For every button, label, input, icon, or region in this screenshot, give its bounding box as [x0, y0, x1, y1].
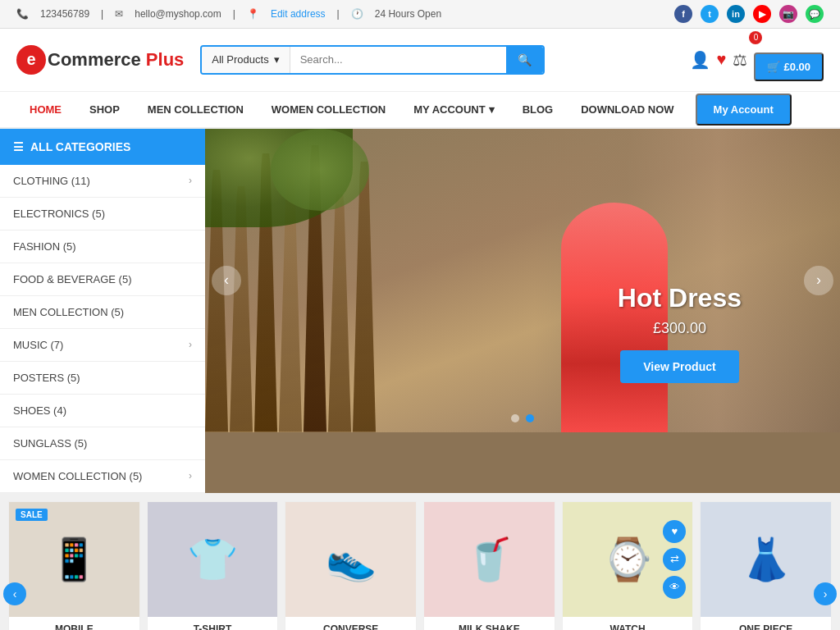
logo[interactable]: e Commerce Plus [16, 45, 184, 75]
email-address: hello@myshop.com [135, 8, 221, 20]
search-dropdown[interactable]: All Products ▾ [202, 47, 290, 73]
youtube-icon[interactable]: ▶ [753, 5, 771, 23]
products-prev-button[interactable]: ‹ [3, 582, 26, 605]
product-card-mobile: SALE 📱 MOBILE £999.00 £899.00 Add to Car… [8, 501, 140, 631]
nav-item-my-account[interactable]: MY ACCOUNT ▾ [400, 92, 507, 127]
sidebar-item-men-collection[interactable]: MEN COLLECTION (5) [0, 296, 205, 329]
wishlist-icon[interactable]: ♥ [663, 520, 686, 543]
products-next-button[interactable]: › [814, 582, 837, 605]
product-action-icons: ♥ ⇄ 👁 [663, 520, 686, 599]
hero-price: £300.00 [618, 320, 742, 337]
hero-title: Hot Dress [618, 283, 742, 313]
header-icons: 👤 ♥ ⚖ 0 🛒 £0.00 [690, 39, 824, 81]
hero-slider: Hot Dress £300.00 View Product ‹ › [205, 129, 840, 493]
product-info-mobile: MOBILE £999.00 £899.00 Add to Cart [9, 617, 139, 631]
cart-button[interactable]: 🛒 £0.00 [754, 52, 824, 81]
product-name: T-SHIRT [154, 623, 272, 631]
linkedin-icon[interactable]: in [727, 5, 745, 23]
sidebar-item-women-collection[interactable]: WOMEN COLLECTION (5) › [0, 460, 205, 493]
sidebar-item-posters[interactable]: POSTERS (5) [0, 362, 205, 395]
sidebar-header: ☰ ALL CATEGORIES [0, 129, 205, 165]
top-bar: 📞 123456789 | ✉ hello@myshop.com | 📍 Edi… [0, 0, 840, 29]
chevron-down-icon: ▾ [489, 103, 495, 116]
cart-wrapper: 0 🛒 £0.00 [754, 39, 824, 81]
edit-address-link[interactable]: Edit address [271, 8, 326, 20]
product-name: MOBILE [16, 623, 133, 631]
logo-text: Commerce Plus [48, 49, 184, 71]
sidebar-item-electronics[interactable]: ELECTRONICS (5) [0, 198, 205, 231]
facebook-icon[interactable]: f [674, 5, 692, 23]
product-image-tshirt: 👕 [148, 502, 278, 617]
product-name: ONE PIECE [707, 623, 824, 631]
product-info-onepiece: ONE PIECE £250.00 Add to Cart [701, 617, 831, 631]
hero-view-product-button[interactable]: View Product [620, 350, 738, 383]
view-icon[interactable]: 👁 [663, 576, 686, 599]
product-card-tshirt: 👕 T-SHIRT £12.00 Add to Cart [147, 501, 279, 631]
product-image-watch: ⌚ ♥ ⇄ 👁 [563, 502, 693, 617]
search-button[interactable]: 🔍 [506, 47, 543, 73]
phone-icon: 📞 [16, 8, 29, 20]
chevron-right-icon: › [189, 175, 192, 186]
product-info-milkshake: MILK SHAKE £4.00 Add to Cart [424, 617, 555, 631]
compare-icon[interactable]: ⇄ [663, 548, 686, 571]
chevron-right-icon: › [189, 470, 192, 482]
product-name: CONVERSE [292, 623, 409, 631]
hero-bg [205, 129, 840, 432]
account-icon[interactable]: 👤 [690, 50, 710, 70]
logo-circle: e [16, 45, 46, 75]
header: e Commerce Plus All Products ▾ 🔍 👤 ♥ ⚖ 0… [0, 29, 840, 92]
nav-item-blog[interactable]: BLOG [509, 92, 567, 127]
clock-icon: 🕐 [351, 8, 363, 20]
products-grid: SALE 📱 MOBILE £999.00 £899.00 Add to Car… [8, 501, 832, 631]
product-card-converse: 👟 CONVERSE £50.00 Add to Cart [285, 501, 417, 631]
sidebar-item-music[interactable]: MUSIC (7) › [0, 329, 205, 362]
twitter-icon[interactable]: t [701, 5, 719, 23]
chevron-right-icon: › [189, 339, 192, 350]
nav-item-men-collection[interactable]: MEN COLLECTION [135, 92, 257, 127]
slider-dot-1[interactable] [511, 414, 519, 422]
product-info-watch: WATCH £99.00 Add to Cart [563, 617, 693, 631]
products-wrapper: ‹ SALE 📱 MOBILE £999.00 £899.00 Add to C… [8, 501, 832, 631]
instagram-icon[interactable]: 📷 [779, 5, 797, 23]
top-bar-right: f t in ▶ 📷 💬 [674, 5, 824, 23]
products-section: ‹ SALE 📱 MOBILE £999.00 £899.00 Add to C… [0, 493, 840, 631]
menu-icon: ☰ [13, 140, 24, 153]
search-input[interactable] [290, 47, 507, 73]
slider-dot-2[interactable] [526, 414, 534, 422]
hours-text: 24 Hours Open [375, 8, 441, 20]
cart-badge: 0 [749, 31, 762, 44]
whatsapp-icon[interactable]: 💬 [806, 5, 824, 23]
nav-item-download-now[interactable]: DOWNLOAD NOW [568, 92, 687, 127]
top-bar-left: 📞 123456789 | ✉ hello@myshop.com | 📍 Edi… [16, 8, 441, 20]
sidebar-item-clothing[interactable]: CLOTHING (11) › [0, 165, 205, 198]
sidebar-item-fashion[interactable]: FASHION (5) [0, 231, 205, 263]
product-image-onepiece: 👗 [701, 502, 831, 617]
product-image-milkshake: 🥤 [424, 502, 555, 617]
product-card-onepiece: 👗 ONE PIECE £250.00 Add to Cart [700, 501, 832, 631]
sidebar-item-sunglass[interactable]: SUNGLASS (5) [0, 427, 205, 460]
product-info-tshirt: T-SHIRT £12.00 Add to Cart [148, 617, 278, 631]
hero-inner: Hot Dress £300.00 View Product ‹ › [205, 129, 840, 432]
slider-prev-button[interactable]: ‹ [212, 266, 241, 295]
nav-item-women-collection[interactable]: WOMEN COLLECTION [258, 92, 399, 127]
phone-number: 123456789 [40, 8, 89, 20]
product-card-milkshake: 🥤 MILK SHAKE £4.00 Add to Cart [423, 501, 555, 631]
hero-text-overlay: Hot Dress £300.00 View Product [618, 283, 742, 383]
sale-badge: SALE [16, 509, 48, 521]
chevron-down-icon: ▾ [274, 53, 280, 66]
nav-item-shop[interactable]: SHOP [76, 92, 133, 127]
nav-item-home[interactable]: HOME [16, 92, 75, 127]
location-icon: 📍 [247, 8, 259, 20]
compare-icon[interactable]: ⚖ [733, 50, 747, 70]
product-image-mobile: SALE 📱 [9, 502, 139, 617]
wishlist-icon[interactable]: ♥ [717, 50, 727, 69]
product-image-converse: 👟 [285, 502, 416, 617]
sidebar-item-shoes[interactable]: SHOES (4) [0, 395, 205, 427]
email-icon: ✉ [115, 8, 123, 20]
my-account-cta-button[interactable]: My Account [696, 94, 792, 126]
product-info-converse: CONVERSE £50.00 Add to Cart [285, 617, 416, 631]
slider-next-button[interactable]: › [804, 266, 833, 295]
sidebar-item-food-beverage[interactable]: FOOD & BEVERAGE (5) [0, 263, 205, 296]
product-card-watch: ⌚ ♥ ⇄ 👁 WATCH £99.00 Add to Cart [562, 501, 694, 631]
product-name: MILK SHAKE [431, 623, 548, 631]
